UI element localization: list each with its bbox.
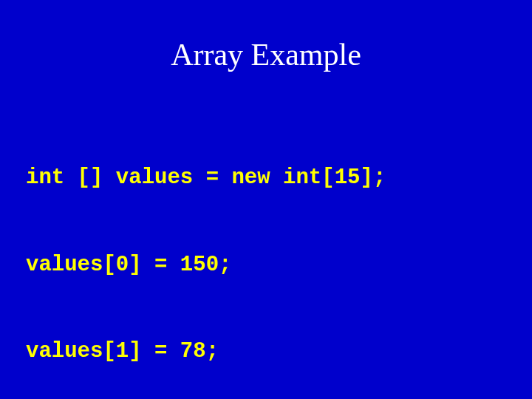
code-line: values[1] = 78; (26, 337, 506, 366)
code-line: int [] values = new int[15]; (26, 163, 506, 192)
slide-container: Array Example int [] values = new int[15… (0, 0, 532, 399)
code-block: int [] values = new int[15]; values[0] =… (26, 106, 506, 399)
slide-title: Array Example (26, 37, 506, 72)
code-line: values[0] = 150; (26, 250, 506, 279)
